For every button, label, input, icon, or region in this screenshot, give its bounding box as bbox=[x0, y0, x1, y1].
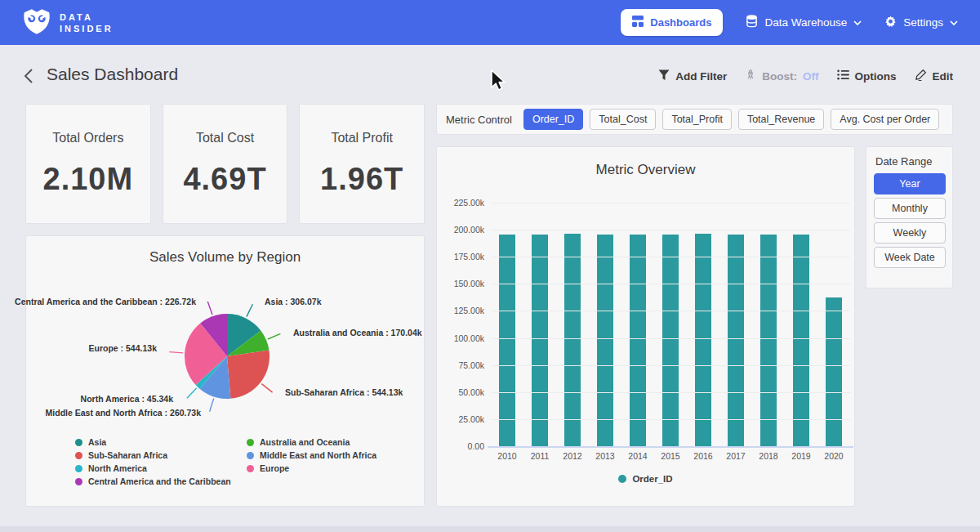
pie-callout-line bbox=[210, 399, 214, 412]
y-axis-tick: 100.00k bbox=[439, 333, 484, 343]
pie-callout-line bbox=[261, 384, 272, 393]
y-axis-tick: 125.00k bbox=[439, 306, 484, 315]
bar-chart-card: Metric Overview 201020112012201320142015… bbox=[436, 146, 855, 507]
page-title: Sales Dashboard bbox=[47, 65, 178, 84]
bar-slot bbox=[589, 203, 621, 446]
x-axis-tick: 2011 bbox=[523, 451, 556, 461]
pie-slice-australia-and-oceania[interactable] bbox=[227, 330, 270, 356]
owl-logo-icon bbox=[22, 7, 51, 38]
date-range-label: Date Range bbox=[875, 155, 945, 168]
brand-logo[interactable]: DATA INSIDER bbox=[22, 7, 114, 38]
pie-slice-north-america[interactable] bbox=[196, 356, 227, 389]
kpi-label: Total Profit bbox=[300, 131, 424, 145]
pie-callout-line bbox=[247, 304, 253, 316]
pie-legend-item-sub-saharan-africa[interactable]: Sub-Saharan Africa bbox=[75, 449, 238, 462]
bar-2011[interactable] bbox=[532, 235, 548, 446]
dashboard-toolbar: Add Filter Boost: Off Options bbox=[658, 69, 953, 83]
metric-chip-avg-cost-per-order[interactable]: Avg. Cost per Order bbox=[831, 109, 939, 130]
bar-2014[interactable] bbox=[630, 235, 646, 446]
bar-chart-legend[interactable]: Order_ID bbox=[437, 474, 854, 484]
nav-dashboards-button[interactable]: Dashboards bbox=[621, 9, 723, 36]
x-axis-tick: 2016 bbox=[687, 451, 719, 461]
x-axis-tick: 2014 bbox=[621, 451, 654, 461]
metric-chip-total-revenue[interactable]: Total_Revenue bbox=[738, 109, 824, 130]
bar-2016[interactable] bbox=[695, 234, 711, 446]
bar-2010[interactable] bbox=[499, 235, 515, 446]
bar-chart-plot bbox=[491, 203, 850, 446]
x-axis-tick: 2010 bbox=[491, 451, 523, 461]
pencil-icon bbox=[915, 69, 927, 83]
pie-slice-middle-east-and-north-africa[interactable] bbox=[200, 356, 231, 399]
date-range-monthly[interactable]: Monthly bbox=[874, 198, 946, 219]
date-range-weekly[interactable]: Weekly bbox=[874, 222, 946, 244]
add-filter-button[interactable]: Add Filter bbox=[658, 69, 727, 83]
gear-icon bbox=[884, 16, 897, 30]
nav-settings[interactable]: Settings bbox=[884, 16, 958, 30]
pie-slice-europe[interactable] bbox=[185, 324, 227, 386]
options-button[interactable]: Options bbox=[837, 69, 897, 83]
pie-slice-sub-saharan-africa[interactable] bbox=[227, 351, 270, 399]
pie-legend-item-australia-and-oceania[interactable]: Australia and Oceania bbox=[247, 436, 376, 449]
pie-legend-item-middle-east-and-north-africa[interactable]: Middle East and North Africa bbox=[247, 449, 376, 462]
pie-slice-central-america-and-the-caribbean[interactable] bbox=[200, 314, 227, 356]
pie-callout-line bbox=[268, 333, 281, 339]
kpi-value: 2.10M bbox=[26, 162, 150, 197]
date-range-buttons: YearMonthlyWeeklyWeek Date bbox=[874, 173, 945, 268]
pie-legend-item-central-america-and-the-caribbean[interactable]: Central America and the Caribbean bbox=[75, 475, 238, 488]
kpi-row: Total Orders2.10MTotal Cost4.69TTotal Pr… bbox=[25, 104, 425, 224]
x-axis-line bbox=[488, 446, 853, 448]
pie-label-sub-saharan-africa: Sub-Saharan Africa : 544.13k bbox=[285, 387, 403, 397]
legend-label-order-id: Order_ID bbox=[632, 474, 672, 484]
kpi-value: 1.96T bbox=[300, 162, 424, 197]
pie-legend-item-north-america[interactable]: North America bbox=[75, 462, 238, 475]
bar-2019[interactable] bbox=[793, 235, 809, 446]
chevron-down-icon bbox=[950, 16, 958, 29]
date-range-week-date[interactable]: Week Date bbox=[874, 247, 946, 268]
edit-button[interactable]: Edit bbox=[915, 69, 954, 83]
bar-2018[interactable] bbox=[760, 235, 777, 446]
bar-2012[interactable] bbox=[564, 234, 581, 446]
pie-label-asia: Asia : 306.07k bbox=[265, 297, 321, 306]
nav-data-warehouse-label: Data Warehouse bbox=[764, 16, 847, 29]
bar-2015[interactable] bbox=[662, 235, 679, 446]
bar-2017[interactable] bbox=[728, 235, 744, 446]
metric-chip-total-profit[interactable]: Total_Profit bbox=[662, 109, 732, 130]
pie-label-north-america: North America : 45.34k bbox=[81, 394, 173, 404]
date-range-panel: Date Range YearMonthlyWeeklyWeek Date bbox=[866, 146, 953, 288]
pie-chart-legend: AsiaSub-Saharan AfricaNorth AmericaCentr… bbox=[75, 436, 376, 488]
bar-2013[interactable] bbox=[597, 235, 613, 446]
legend-dot bbox=[75, 452, 82, 459]
kpi-label: Total Orders bbox=[26, 131, 150, 145]
pie-slice-asia[interactable] bbox=[227, 314, 261, 356]
pie-label-australia-and-oceania: Australia and Oceania : 170.04k bbox=[293, 328, 422, 338]
pie-legend-item-asia[interactable]: Asia bbox=[75, 436, 238, 449]
bottom-strip bbox=[0, 526, 980, 532]
bar-slot bbox=[556, 203, 589, 446]
back-button[interactable] bbox=[23, 68, 34, 87]
y-axis-tick: 175.00k bbox=[439, 252, 484, 262]
metric-chip-list: Order_IDTotal_CostTotal_ProfitTotal_Reve… bbox=[523, 109, 939, 130]
kpi-card-total-profit: Total Profit1.96T bbox=[299, 104, 425, 224]
bar-chart-title: Metric Overview bbox=[437, 162, 854, 178]
metric-chip-total-cost[interactable]: Total_Cost bbox=[590, 109, 656, 130]
nav-data-warehouse[interactable]: Data Warehouse bbox=[746, 15, 862, 30]
gridline bbox=[491, 257, 850, 257]
database-icon bbox=[746, 15, 758, 30]
date-range-year[interactable]: Year bbox=[874, 173, 946, 194]
sales-dashboard-page: DATA INSIDER Dashboards bbox=[0, 0, 980, 532]
legend-label: Asia bbox=[88, 437, 106, 447]
pie-label-central-america-and-the-caribbean: Central America and the Caribbean : 226.… bbox=[15, 297, 196, 306]
pie-legend-item-europe[interactable]: Europe bbox=[247, 462, 376, 475]
pie-label-europe: Europe : 544.13k bbox=[89, 343, 157, 353]
bar-2020[interactable] bbox=[826, 297, 842, 446]
boost-state: Off bbox=[803, 70, 819, 83]
pie-callout-line bbox=[207, 302, 212, 315]
gridline bbox=[491, 392, 850, 393]
boost-toggle[interactable]: Boost: Off bbox=[745, 69, 818, 83]
legend-label: Central America and the Caribbean bbox=[88, 476, 231, 486]
metric-chip-order-id[interactable]: Order_ID bbox=[523, 109, 583, 130]
legend-dot bbox=[75, 465, 82, 472]
legend-dot bbox=[247, 439, 254, 446]
legend-label: Australia and Oceania bbox=[260, 437, 350, 447]
bar-slot bbox=[687, 203, 719, 446]
